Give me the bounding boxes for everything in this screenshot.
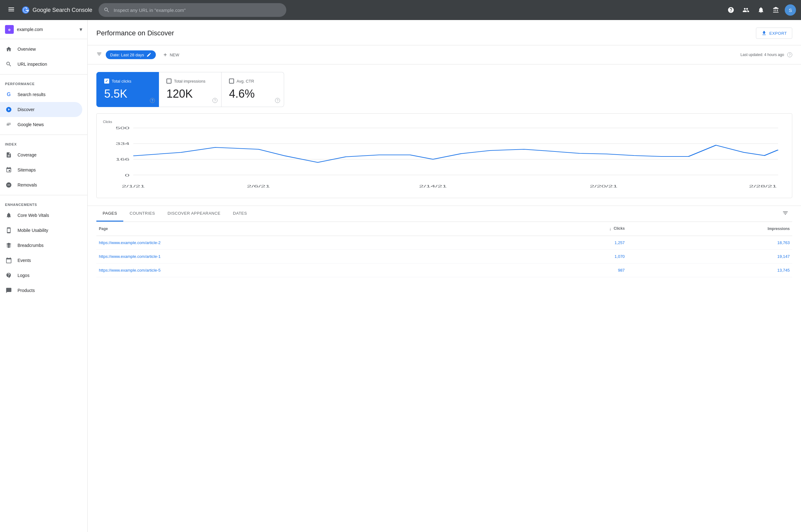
sidebar-item-url-inspection[interactable]: URL inspection xyxy=(0,57,82,72)
app-title: Google Search Console xyxy=(33,7,92,14)
sidebar-label-events: Events xyxy=(18,258,31,263)
svg-text:334: 334 xyxy=(115,142,129,146)
metric-checkbox-clicks: ✓ xyxy=(104,79,109,83)
sidebar-item-overview[interactable]: Overview xyxy=(0,42,82,57)
nav-icons: S xyxy=(725,4,796,16)
removals-icon xyxy=(5,181,13,189)
chart-area: Clicks 500 334 166 0 2/1/21 xyxy=(88,107,801,206)
sidebar-label-google-news: Google News xyxy=(18,122,44,127)
logos-icon xyxy=(5,272,13,279)
sidebar-label-url-inspection: URL inspection xyxy=(18,62,47,66)
sidebar-item-google-news[interactable]: Google News xyxy=(0,117,82,132)
svg-text:166: 166 xyxy=(115,157,129,161)
sidebar-item-core-web-vitals[interactable]: Core Web Vitals xyxy=(0,208,82,223)
user-avatar[interactable]: S xyxy=(785,4,796,16)
property-chevron-icon: ▾ xyxy=(79,26,82,33)
search-nav-icon xyxy=(5,60,13,68)
events-icon xyxy=(5,256,13,264)
sidebar-item-products[interactable]: Products xyxy=(0,283,82,298)
property-name: example.com xyxy=(17,27,76,32)
property-icon: e xyxy=(5,25,14,34)
apps-button[interactable] xyxy=(770,4,782,16)
metric-card-total-impressions[interactable]: Total impressions 120K ? xyxy=(159,72,222,107)
sidebar-divider-3 xyxy=(0,195,87,195)
plus-icon xyxy=(163,52,168,57)
cell-impressions: 18,763 xyxy=(627,236,792,250)
news-icon xyxy=(5,121,13,128)
sidebar-label-products: Products xyxy=(18,288,35,293)
cell-page[interactable]: https://www.example.com/article-1 xyxy=(96,250,502,264)
edit-icon xyxy=(147,52,151,57)
sidebar-label-discover: Discover xyxy=(18,107,34,112)
sitemaps-icon xyxy=(5,166,13,174)
tab-pages[interactable]: PAGES xyxy=(96,206,123,222)
sidebar-label-sitemaps: Sitemaps xyxy=(18,167,36,172)
sidebar-label-breadcrumbs: Breadcrumbs xyxy=(18,243,43,248)
svg-text:2/20/21: 2/20/21 xyxy=(590,184,618,188)
metrics-row: ✓ Total clicks 5.5K ? Total impressions … xyxy=(88,64,801,107)
svg-text:0: 0 xyxy=(125,173,130,177)
last-updated-help-icon[interactable]: ? xyxy=(787,52,792,57)
sidebar-label-search-results: Search results xyxy=(18,92,45,97)
metric-card-total-clicks[interactable]: ✓ Total clicks 5.5K ? xyxy=(96,72,159,107)
line-chart: 500 334 166 0 2/1/21 2/6/21 2/14/21 2/20… xyxy=(103,125,786,194)
svg-text:500: 500 xyxy=(115,126,129,130)
svg-text:2/1/21: 2/1/21 xyxy=(122,184,145,188)
sidebar-label-coverage: Coverage xyxy=(18,152,37,157)
filter-icon xyxy=(96,51,102,58)
sidebar-item-discover[interactable]: Discover xyxy=(0,102,82,117)
col-header-clicks[interactable]: ↓ Clicks xyxy=(502,222,627,236)
metric-checkbox-impressions xyxy=(167,79,171,83)
new-filter-button[interactable]: NEW xyxy=(159,50,182,59)
svg-text:2/6/21: 2/6/21 xyxy=(247,184,270,188)
metric-help-impressions[interactable]: ? xyxy=(212,98,217,103)
property-selector[interactable]: e example.com ▾ xyxy=(0,20,87,39)
export-button[interactable]: EXPORT xyxy=(756,27,792,39)
metric-help-ctr[interactable]: ? xyxy=(275,98,280,103)
table-row: https://www.example.com/article-2 1,257 … xyxy=(96,236,792,250)
tab-discover-appearance[interactable]: DISCOVER APPEARANCE xyxy=(161,206,227,222)
cell-page[interactable]: https://www.example.com/article-5 xyxy=(96,264,502,277)
sidebar-item-mobile-usability[interactable]: Mobile Usability xyxy=(0,223,82,238)
sidebar-label-core-web-vitals: Core Web Vitals xyxy=(18,213,49,218)
users-button[interactable] xyxy=(740,4,752,16)
tab-dates[interactable]: DATES xyxy=(227,206,253,222)
section-label-performance: Performance xyxy=(0,77,87,87)
page-title: Performance on Discover xyxy=(96,29,174,37)
date-filter-chip[interactable]: Date: Last 28 days xyxy=(106,50,156,59)
sidebar-item-sitemaps[interactable]: Sitemaps xyxy=(0,163,82,177)
notifications-button[interactable] xyxy=(755,4,767,16)
tab-countries[interactable]: COUNTRIES xyxy=(123,206,161,222)
metric-help-clicks[interactable]: ? xyxy=(150,98,155,103)
sidebar-item-breadcrumbs[interactable]: Breadcrumbs xyxy=(0,238,82,253)
sidebar-item-coverage[interactable]: Coverage xyxy=(0,147,82,163)
hamburger-menu[interactable] xyxy=(5,3,18,17)
cell-clicks: 1,257 xyxy=(502,236,627,250)
sidebar-item-logos[interactable]: Logos xyxy=(0,268,82,283)
sidebar-item-search-results[interactable]: G Search results xyxy=(0,87,82,102)
sidebar-divider-1 xyxy=(0,74,87,75)
main-header: Performance on Discover EXPORT xyxy=(88,20,801,45)
table-section: PAGES COUNTRIES DISCOVER APPEARANCE DATE… xyxy=(88,206,801,285)
google-g-icon: G xyxy=(5,91,13,98)
col-header-impressions[interactable]: Impressions xyxy=(627,222,792,236)
metric-checkbox-ctr xyxy=(229,79,234,83)
cell-impressions: 19,147 xyxy=(627,250,792,264)
sidebar-label-overview: Overview xyxy=(18,46,36,52)
cell-clicks: 987 xyxy=(502,264,627,277)
app-layout: e example.com ▾ Overview URL inspection … xyxy=(0,20,801,532)
main-content: Performance on Discover EXPORT Date: Las… xyxy=(88,20,801,532)
sidebar-item-events[interactable]: Events xyxy=(0,253,82,268)
vitals-icon xyxy=(5,212,13,219)
download-icon xyxy=(761,30,767,36)
metric-value-ctr: 4.6% xyxy=(229,87,276,100)
sidebar-item-removals[interactable]: Removals xyxy=(0,177,82,192)
metric-card-avg-ctr[interactable]: Avg. CTR 4.6% ? xyxy=(222,72,284,107)
cell-page[interactable]: https://www.example.com/article-2 xyxy=(96,236,502,250)
search-input[interactable] xyxy=(114,7,281,13)
data-table: Page ↓ Clicks Impressions https://www.ex… xyxy=(96,222,792,277)
help-button[interactable] xyxy=(725,4,737,16)
table-filter-icon[interactable] xyxy=(779,206,792,222)
search-bar[interactable] xyxy=(99,3,286,17)
col-header-page: Page xyxy=(96,222,502,236)
